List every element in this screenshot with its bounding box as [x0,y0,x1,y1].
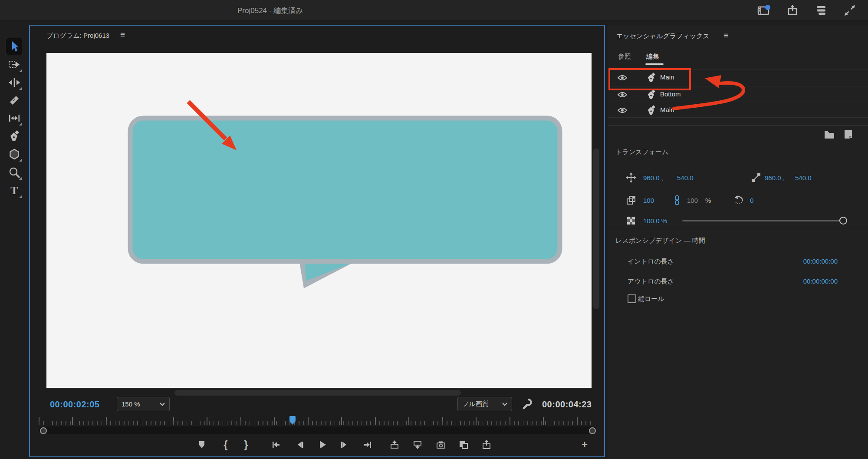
visibility-eye-icon[interactable] [617,107,628,114]
zoom-scrollbar-right-handle[interactable] [589,427,596,434]
playback-quality-value: フル画質 [462,400,489,408]
divider [608,229,868,229]
workspace-icon[interactable] [757,5,770,16]
pen-layer-icon [646,73,656,83]
scale-y-value[interactable]: 100 [687,197,698,204]
canvas-horizontal-scrollbar[interactable] [174,390,461,396]
outro-duration-value[interactable]: 00:00:00:00 [790,277,838,285]
mark-in-icon: { [224,439,227,450]
scale-x-value[interactable]: 100 [643,197,654,204]
settings-wrench-icon[interactable] [522,398,533,409]
playhead[interactable] [289,416,296,421]
share-export-icon[interactable] [786,5,799,16]
percent-sign: % [705,197,711,204]
lift-button[interactable] [389,439,400,450]
workspaces-menu-icon[interactable] [815,5,828,16]
time-ruler[interactable] [39,417,591,425]
zoom-tool[interactable] [6,164,23,181]
visibility-eye-icon[interactable] [617,74,628,81]
ripple-edit-tool[interactable] [6,74,23,91]
visibility-eye-icon[interactable] [617,91,628,98]
opacity-slider-track[interactable] [682,220,843,221]
go-to-in-button[interactable] [270,439,282,450]
mark-in-button[interactable]: { [220,439,231,450]
position-y-value[interactable]: 540.0 [677,174,694,182]
track-select-forward-tool[interactable] [6,56,23,73]
responsive-section-title: レスポンシブデザイン — 時間 [615,237,705,245]
step-forward-button[interactable] [339,439,350,450]
layer-row-main-bottom[interactable]: Main [608,102,868,118]
extract-button[interactable] [412,439,423,450]
rotation-icon [733,195,744,205]
playback-quality-dropdown[interactable]: フル画質 [457,397,512,411]
go-to-out-button[interactable] [362,439,373,450]
shape-tool[interactable] [6,146,23,162]
canvas-vertical-scrollbar[interactable] [593,149,599,309]
layer-row-bottom[interactable]: Bottom [608,86,868,102]
tab-edit[interactable]: 編集 [646,53,659,61]
chevron-down-icon [502,403,507,406]
opacity-value[interactable]: 100.0 % [643,217,667,225]
scale-icon [626,195,636,205]
mark-out-button[interactable]: } [240,439,252,450]
layer-name: Main [660,73,674,81]
position-x-value[interactable]: 960.0 , [643,174,663,182]
anchor-y-value[interactable]: 540.0 [795,174,812,182]
button-editor-add-button[interactable]: + [579,439,590,450]
outro-duration-label: アウトロの長さ [628,277,674,286]
tools-panel: T [0,20,29,459]
ruler-minor-ticks [39,421,591,425]
zoom-level-dropdown[interactable]: 150 % [117,397,170,411]
mark-out-icon: } [244,439,248,450]
transform-section-title: トランスフォーム [615,148,668,156]
opacity-icon [626,215,636,226]
tab-browse[interactable]: 参照 [618,53,631,61]
divider [608,117,868,118]
pen-tool[interactable] [6,128,23,145]
title-bar: Proj0524 - 編集済み [0,0,868,20]
export-button[interactable] [481,439,492,450]
speech-bubble-graphic [130,118,560,288]
program-monitor-panel: プログラム: Proj0613 ≡ 00:00:02:05 150 % [29,25,605,457]
new-layer-icon[interactable] [843,129,853,139]
play-button[interactable] [316,439,328,450]
program-panel-title: プログラム: Proj0613 [46,32,109,40]
divider [608,125,868,125]
type-tool[interactable]: T [6,182,23,199]
fullscreen-icon[interactable] [844,5,857,16]
rotation-value[interactable]: 0 [750,197,753,204]
razor-tool[interactable] [6,92,23,109]
zoom-scrollbar-left-handle[interactable] [40,427,47,434]
panel-menu-icon[interactable]: ≡ [723,31,728,40]
pen-layer-icon [646,89,656,100]
add-marker-button[interactable] [196,439,207,450]
essential-graphics-panel: エッセンシャルグラフィックス ≡ 参照 編集 Main Bottom [608,25,868,459]
layer-row-main-top[interactable]: Main [608,69,868,85]
zoom-scrollbar[interactable] [39,426,597,434]
new-folder-icon[interactable] [824,130,835,139]
opacity-slider-knob[interactable] [839,217,847,225]
canvas-art [46,53,592,388]
intro-duration-label: イントロの長さ [628,258,674,266]
anchor-x-value[interactable]: 960.0 , [765,174,785,182]
zoom-level-value: 150 % [122,400,140,408]
active-tab-underline [645,63,664,65]
program-canvas[interactable] [46,53,592,388]
vertical-roll-checkbox[interactable] [628,294,636,303]
export-frame-button[interactable] [435,439,447,450]
premiere-pro-window: Proj0524 - 編集済み [0,0,868,459]
position-icon [626,172,636,183]
current-timecode[interactable]: 00:00:02:05 [50,400,99,409]
layer-name: Bottom [660,90,681,98]
intro-duration-value[interactable]: 00:00:00:00 [790,258,838,265]
step-back-button[interactable] [294,439,305,450]
selection-tool[interactable] [6,38,23,55]
sequence-duration: 00:00:04:23 [542,400,592,409]
link-scale-icon[interactable] [672,195,682,205]
vertical-roll-label: 縦ロール [638,295,664,303]
anchor-point-icon [751,172,761,183]
slip-tool[interactable] [6,110,23,126]
layer-name: Main [660,106,674,113]
comparison-view-button[interactable] [458,439,469,450]
panel-menu-icon[interactable]: ≡ [120,30,125,39]
